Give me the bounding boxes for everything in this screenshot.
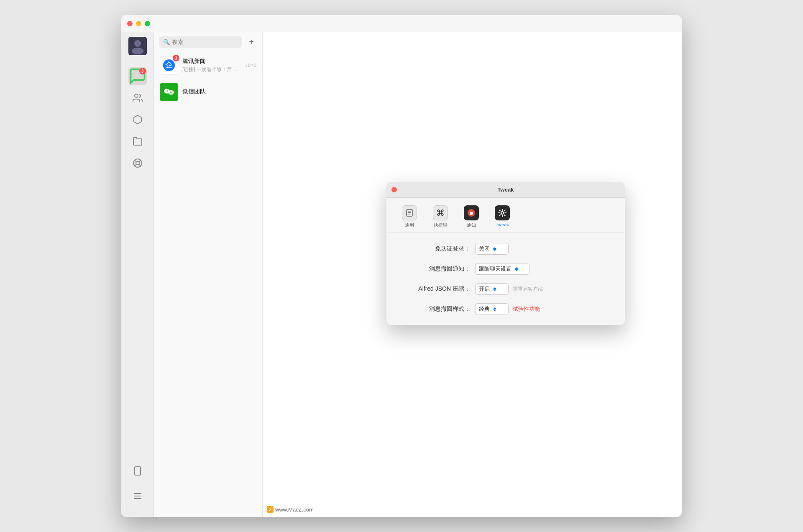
svg-line-8 [138, 160, 140, 162]
recall-style-value: 经典 [479, 305, 490, 313]
dialog-close-button[interactable] [391, 187, 397, 192]
sidebar-item-favorites[interactable] [128, 110, 147, 129]
tencent-news-info: 腾讯新闻 [链接] 一次看个够！亓 20 运 20 ... [182, 58, 240, 73]
recall-notify-value: 跟随聊天设置 [479, 265, 511, 273]
watermark-text: www.MacZ.com [275, 506, 314, 513]
svg-line-9 [134, 164, 136, 166]
wechat-window: 3 [121, 15, 682, 517]
tweak-dialog: Tweak 通用 [386, 182, 625, 325]
hotkeys-tab-icon: ⌘ [433, 205, 448, 220]
recall-style-select[interactable]: 经典 [475, 303, 509, 315]
chat-list-panel: 🔍 + 3 企 腾讯新闻 [链接] 一次看个够！亓 20 运 20 ... 11… [154, 15, 263, 517]
tab-tweak[interactable]: Tweak [488, 203, 517, 233]
sidebar-item-chats[interactable]: 3 [128, 67, 147, 85]
svg-rect-27 [408, 212, 411, 213]
sidebar-item-files[interactable] [128, 132, 147, 151]
search-input[interactable] [172, 39, 238, 45]
traffic-lights [127, 21, 150, 26]
svg-point-22 [167, 90, 168, 91]
tweak-tab-label: Tweak [496, 222, 509, 227]
svg-point-1 [134, 40, 141, 47]
recall-notify-select[interactable]: 跟随聊天设置 [475, 263, 529, 275]
alfred-json-control: 开启 需重启客户端 [475, 283, 543, 295]
avatar-image [128, 37, 147, 55]
dialog-title-bar: Tweak [386, 182, 625, 198]
svg-point-20 [168, 90, 174, 95]
title-bar [121, 15, 682, 32]
auth-login-control: 关闭 [475, 243, 509, 255]
svg-point-24 [171, 92, 172, 92]
sidebar-item-contacts[interactable] [128, 89, 147, 107]
lens-icon [133, 158, 143, 168]
alfred-json-label: Alfred JSON 压缩： [399, 285, 470, 293]
sidebar-item-menu[interactable] [128, 487, 147, 505]
setting-row-recall-notify: 消息撤回通知： 跟随聊天设置 [399, 263, 612, 275]
alfred-json-value: 开启 [479, 285, 490, 293]
alfred-json-select[interactable]: 开启 [475, 283, 509, 295]
dialog-body: 免认证登录： 关闭 [386, 233, 625, 325]
svg-point-3 [135, 94, 138, 97]
favorites-icon [133, 115, 143, 125]
add-button[interactable]: + [246, 36, 257, 48]
watermark: z www.MacZ.com [267, 506, 314, 513]
minimize-button[interactable] [136, 21, 141, 26]
tab-notifications[interactable]: 通知 [457, 203, 486, 233]
search-icon: 🔍 [163, 39, 170, 45]
setting-row-auth-login: 免认证登录： 关闭 [399, 243, 612, 255]
sidebar-bottom [128, 462, 147, 517]
wechat-team-avatar [160, 83, 178, 101]
tab-hotkeys[interactable]: ⌘ 快捷键 [426, 203, 455, 233]
auth-login-select[interactable]: 关闭 [475, 243, 509, 255]
chat-item-wechat-team[interactable]: 微信团队 [154, 79, 262, 105]
svg-line-7 [138, 164, 140, 166]
dialog-overlay: Tweak 通用 [263, 15, 682, 517]
svg-rect-26 [408, 211, 411, 212]
sidebar-item-phone[interactable] [128, 462, 147, 480]
watermark-z-icon: z [267, 506, 274, 513]
close-button[interactable] [127, 21, 133, 26]
svg-point-21 [166, 90, 166, 91]
svg-text:企: 企 [165, 61, 173, 69]
recall-notify-label: 消息撤回通知： [399, 265, 470, 273]
svg-point-5 [136, 161, 139, 165]
avatar[interactable] [128, 37, 147, 55]
tab-general[interactable]: 通用 [395, 203, 424, 233]
notifications-tab-icon [464, 205, 479, 220]
hotkeys-tab-label: 快捷键 [434, 222, 448, 228]
contacts-icon [133, 93, 143, 103]
files-icon [133, 136, 143, 146]
auth-login-arrows [493, 247, 496, 251]
alfred-json-hint: 需重启客户端 [513, 286, 543, 293]
svg-line-6 [134, 160, 136, 162]
recall-notify-control: 跟随聊天设置 [475, 263, 529, 275]
recall-notify-arrows [515, 267, 518, 271]
svg-point-23 [170, 92, 171, 92]
main-content: Tweak 通用 [263, 15, 682, 517]
sidebar-item-lens[interactable] [128, 154, 147, 172]
recall-style-control: 经典 试验性功能 [475, 303, 540, 315]
auth-login-label: 免认证登录： [399, 245, 470, 253]
tencent-news-preview: [链接] 一次看个够！亓 20 运 20 ... [182, 66, 240, 73]
auth-login-value: 关闭 [479, 245, 490, 253]
svg-point-2 [132, 48, 143, 54]
general-tab-label: 通用 [405, 222, 414, 228]
general-tab-icon [402, 205, 417, 220]
search-bar-area: 🔍 + [154, 32, 262, 52]
alfred-json-arrows [493, 287, 496, 291]
experimental-label: 试验性功能 [513, 305, 540, 313]
notifications-tab-label: 通知 [467, 222, 476, 228]
wechat-team-name: 微信团队 [182, 88, 252, 95]
menu-icon [133, 491, 143, 501]
setting-row-alfred-json: Alfred JSON 压缩： 开启 需重启客户端 [399, 283, 612, 295]
recall-style-label: 消息撤回样式： [399, 305, 470, 313]
tencent-news-avatar: 3 企 [160, 56, 178, 74]
chat-badge: 3 [139, 68, 146, 74]
wechat-team-info: 微信团队 [182, 88, 252, 96]
search-input-wrap[interactable]: 🔍 [159, 36, 242, 48]
chat-item-tencent-news[interactable]: 3 企 腾讯新闻 [链接] 一次看个够！亓 20 运 20 ... 11:43 [154, 52, 262, 79]
maximize-button[interactable] [145, 21, 150, 26]
phone-icon [133, 466, 143, 476]
dialog-tabs: 通用 ⌘ 快捷键 [386, 198, 625, 233]
tencent-news-badge: 3 [173, 55, 179, 61]
svg-rect-28 [408, 214, 410, 215]
